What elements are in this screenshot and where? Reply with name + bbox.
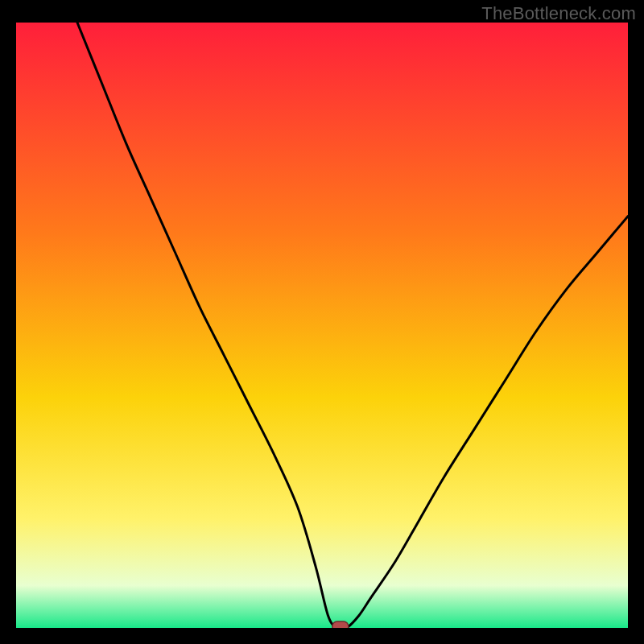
plot-frame <box>16 23 628 628</box>
gradient-background <box>16 23 628 628</box>
minimum-marker <box>332 621 349 628</box>
watermark-text: TheBottleneck.com <box>481 3 636 24</box>
chart-svg <box>16 23 628 628</box>
plot-inner <box>16 23 628 628</box>
chart-stage: TheBottleneck.com <box>0 0 644 644</box>
